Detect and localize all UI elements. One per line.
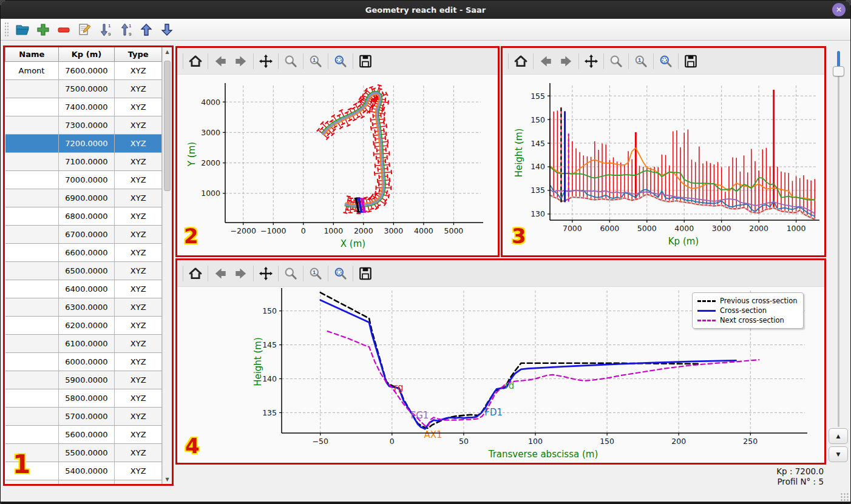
table-cell[interactable]: XYZ: [115, 261, 162, 280]
table-row[interactable]: 5700.0000XYZ: [5, 407, 162, 425]
pan-icon[interactable]: [256, 51, 276, 72]
table-cell[interactable]: XYZ: [115, 334, 162, 352]
table-cell[interactable]: 5800.0000: [58, 389, 115, 407]
plan-plot-canvas[interactable]: −2000−1000010002000300040005000100020003…: [177, 75, 498, 255]
profile-down-icon[interactable]: ▼: [829, 446, 848, 462]
table-row[interactable]: 5800.0000XYZ: [5, 389, 162, 407]
forward-icon[interactable]: [556, 51, 577, 72]
table-cell[interactable]: XYZ: [115, 98, 162, 116]
save-icon[interactable]: [355, 263, 376, 284]
table-cell[interactable]: [5, 261, 59, 280]
scroll-up-icon[interactable]: ▲: [163, 47, 171, 56]
table-cell[interactable]: 7100.0000: [58, 152, 115, 170]
table-cell[interactable]: 7400.0000: [58, 98, 115, 116]
zoom-icon[interactable]: [280, 51, 301, 72]
profile-up-icon[interactable]: ▲: [829, 428, 848, 444]
table-cell[interactable]: Amont: [5, 61, 59, 79]
table-row[interactable]: 6900.0000XYZ: [5, 189, 162, 207]
table-cell[interactable]: XYZ: [115, 480, 162, 484]
table-cell[interactable]: [5, 280, 59, 298]
slider-handle[interactable]: [833, 66, 844, 76]
table-cell[interactable]: XYZ: [115, 170, 162, 189]
table-cell[interactable]: [5, 116, 59, 134]
back-icon[interactable]: [210, 51, 231, 72]
close-icon[interactable]: ✕: [832, 3, 846, 16]
table-cell[interactable]: 5500.0000: [58, 443, 115, 462]
move-up-icon[interactable]: [137, 21, 155, 39]
table-row[interactable]: Amont7600.0000XYZ: [5, 61, 162, 79]
zoom-select-icon[interactable]: [330, 51, 351, 72]
table-cell[interactable]: [5, 98, 59, 116]
table-cell[interactable]: [5, 334, 59, 352]
table-cell[interactable]: [5, 79, 59, 98]
table-cell[interactable]: XYZ: [115, 462, 162, 480]
table-cell[interactable]: [5, 243, 59, 261]
table-cell[interactable]: XYZ: [115, 407, 162, 425]
back-icon[interactable]: [210, 263, 231, 284]
sort-ascending-icon[interactable]: 19: [117, 21, 135, 39]
zoom-select-icon[interactable]: [656, 51, 676, 72]
table-cell[interactable]: XYZ: [115, 225, 162, 243]
table-cell[interactable]: XYZ: [115, 371, 162, 389]
table-cell[interactable]: 5900.0000: [58, 371, 115, 389]
table-cell[interactable]: XYZ: [115, 134, 162, 152]
col-header-kp[interactable]: Kp (m): [58, 47, 115, 61]
table-row[interactable]: 6100.0000XYZ: [5, 334, 162, 352]
table-cell[interactable]: 6700.0000: [58, 225, 115, 243]
toolbar-grip[interactable]: [4, 22, 8, 38]
table-cell[interactable]: [5, 389, 59, 407]
zoom-previous-icon[interactable]: 1: [631, 51, 651, 72]
edit-icon[interactable]: [75, 21, 93, 39]
table-cell[interactable]: 7300.0000: [58, 116, 115, 134]
table-cell[interactable]: XYZ: [115, 61, 162, 79]
table-cell[interactable]: XYZ: [115, 352, 162, 371]
table-row[interactable]: 5900.0000XYZ: [5, 371, 162, 389]
save-icon[interactable]: [680, 51, 701, 72]
table-row[interactable]: 6800.0000XYZ: [5, 207, 162, 225]
table-row[interactable]: 6200.0000XYZ: [5, 316, 162, 334]
zoom-previous-icon[interactable]: 1: [305, 51, 326, 72]
table-cell[interactable]: 6500.0000: [58, 261, 115, 280]
table-row[interactable]: 7200.0000XYZ: [5, 134, 162, 152]
sort-descending-icon[interactable]: 19: [96, 21, 114, 39]
table-row[interactable]: 7000.0000XYZ: [5, 170, 162, 189]
resize-grip[interactable]: [840, 492, 849, 501]
table-cell[interactable]: XYZ: [115, 316, 162, 334]
table-cell[interactable]: 5700.0000: [58, 407, 115, 425]
table-cell[interactable]: [5, 225, 59, 243]
table-scrollbar[interactable]: ▲ ▼: [162, 47, 172, 484]
table-cell[interactable]: XYZ: [115, 443, 162, 462]
table-cell[interactable]: 6100.0000: [58, 334, 115, 352]
table-row[interactable]: 5300.0000XYZ: [5, 480, 162, 484]
col-header-type[interactable]: Type: [115, 47, 162, 61]
table-cell[interactable]: 6800.0000: [58, 207, 115, 225]
table-cell[interactable]: 6300.0000: [58, 298, 115, 316]
table-cell[interactable]: XYZ: [115, 243, 162, 261]
table-cell[interactable]: [5, 316, 59, 334]
table-cell[interactable]: [5, 371, 59, 389]
forward-icon[interactable]: [231, 263, 251, 284]
slider-track[interactable]: [838, 51, 839, 427]
open-folder-icon[interactable]: [13, 21, 32, 39]
table-cell[interactable]: 7500.0000: [58, 79, 115, 98]
save-icon[interactable]: [355, 51, 376, 72]
table-row[interactable]: 7300.0000XYZ: [5, 116, 162, 134]
table-row[interactable]: 7400.0000XYZ: [5, 98, 162, 116]
table-cell[interactable]: [5, 152, 59, 170]
remove-icon[interactable]: [55, 21, 73, 39]
zoom-icon[interactable]: [606, 51, 626, 72]
table-cell[interactable]: XYZ: [115, 389, 162, 407]
zoom-icon[interactable]: [280, 263, 301, 284]
table-row[interactable]: 6600.0000XYZ: [5, 243, 162, 261]
table-cell[interactable]: XYZ: [115, 298, 162, 316]
table-cell[interactable]: 7200.0000: [58, 134, 115, 152]
table-cell[interactable]: XYZ: [115, 207, 162, 225]
table-cell[interactable]: XYZ: [115, 116, 162, 134]
table-cell[interactable]: [5, 298, 59, 316]
pan-icon[interactable]: [256, 263, 276, 284]
table-cell[interactable]: 7600.0000: [58, 61, 115, 79]
pan-icon[interactable]: [581, 51, 602, 72]
scroll-down-icon[interactable]: ▼: [163, 475, 171, 484]
table-cell[interactable]: 6600.0000: [58, 243, 115, 261]
home-icon[interactable]: [185, 51, 206, 72]
